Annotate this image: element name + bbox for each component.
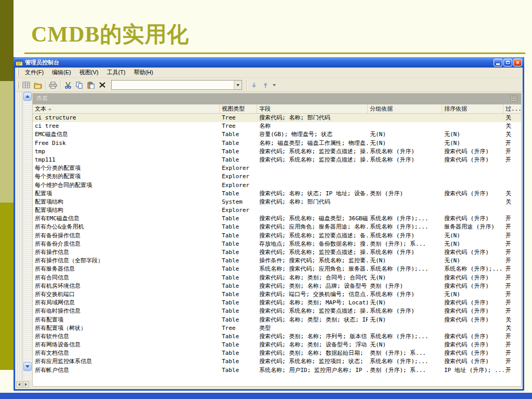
column-header-groupby[interactable]: 分组依据 — [368, 104, 442, 113]
table-cell: 所有文档信息 — [33, 349, 220, 357]
table-row[interactable]: ci structureTree搜索代码; 名称; 部门代码关 — [33, 114, 521, 122]
table-cell: 无(N) — [368, 299, 442, 307]
table-row[interactable]: 所有帐户信息Table系统名称; 用户ID; 监控用户名称; IP ...类别 … — [33, 366, 521, 375]
table-cell: 搜索代码; 名称; 类别; 设备型号; 浮动... — [257, 341, 368, 349]
dropdown-icon — [236, 84, 240, 86]
menu-file[interactable]: 文件(F) — [21, 68, 48, 77]
table-row[interactable]: 所有备份介质信息Table存放地点; 系统名称; 备份数据名称; 搜...类别 … — [33, 240, 521, 248]
table-cell: 系统名称 (升序) — [368, 148, 442, 156]
table-cell: Free Disk — [33, 139, 220, 148]
copy-button[interactable] — [74, 79, 85, 91]
table-cell — [503, 181, 521, 190]
table-cell — [368, 324, 442, 332]
table-row[interactable]: 所有EMC磁盘信息Table搜索代码; 系统名称; 磁盘类型; 36GB磁...… — [33, 215, 521, 223]
table-cell: Explorer — [220, 181, 257, 190]
column-header-fields[interactable]: 字段 — [257, 104, 368, 113]
table-row[interactable]: 所有配置项（树状）Tree类型关 — [33, 324, 521, 332]
column-header-viewtype[interactable]: 视图类型 — [220, 104, 257, 113]
menu-edit[interactable]: 编辑(E) — [48, 68, 75, 77]
grid-header: 文本 视图类型 字段 分组依据 排序依据 过... — [33, 104, 521, 114]
table-cell: 搜索代码; 类别; 名称; 品牌; 设备型号... — [257, 282, 368, 290]
delete-button[interactable] — [97, 79, 108, 91]
table-cell: Table — [220, 366, 257, 375]
table-cell: 搜索代码; 应用角色; 服务器用途; 名称... — [257, 223, 368, 231]
print-button[interactable] — [47, 79, 59, 91]
table-row[interactable]: 每个分类的配置项Explorer — [33, 164, 521, 172]
menu-help[interactable]: 帮助(H) — [129, 68, 157, 77]
table-row[interactable]: 所有机房环境信息Table搜索代码; 类别; 名称; 品牌; 设备型号...类别… — [33, 282, 521, 290]
table-cell: 无(N) — [368, 257, 442, 265]
table-row[interactable]: Free DiskTable名称; 磁盘类型; 磁盘工作属性; 物理盘...无(… — [33, 139, 521, 148]
paste-button[interactable] — [85, 79, 97, 91]
table-cell: 每个分类的配置项 — [33, 164, 220, 172]
column-header-filter[interactable]: 过... — [503, 104, 521, 113]
table-row[interactable]: 所有文档信息Table搜索代码; 类别; 名称; 数据起始日期; ...类别 (… — [33, 349, 521, 357]
table-cell: 搜索代码; 名称; 类别; MAP号; Locatio... — [257, 299, 368, 307]
move-up-button[interactable] — [260, 79, 271, 91]
combobox-dropdown-button[interactable] — [234, 81, 242, 89]
column-header-text[interactable]: 文本 — [33, 104, 220, 113]
grid-view-button[interactable] — [21, 79, 32, 91]
table-row[interactable]: 配置项结构System搜索代码; 名称; 部门代码关 — [33, 198, 521, 206]
table-cell: tmp111 — [33, 156, 220, 164]
table-row[interactable]: 所有服务器信息Table系统名称; 搜索代码; 应用角色; 服务器...系统名称… — [33, 265, 521, 273]
table-cell: Table — [220, 341, 257, 349]
pane-grid-icon[interactable] — [510, 96, 518, 102]
table-row[interactable]: 配置项结构Explorer — [33, 206, 521, 215]
table-row[interactable]: 每个类别的配置项Explorer — [33, 172, 521, 181]
window-titlebar[interactable]: 管理员控制台 × — [14, 57, 524, 68]
table-row[interactable]: 所有软件信息Table搜索代码; 类别; 名称; 序列号; 版本信...系统名称… — [33, 332, 521, 341]
toolbar-options-button[interactable] — [271, 79, 277, 91]
toolbar-combobox[interactable] — [111, 80, 242, 90]
table-cell: Table — [220, 290, 257, 299]
table-cell — [368, 164, 442, 172]
menu-view[interactable]: 视图(V) — [75, 68, 103, 77]
table-row[interactable]: EMC磁盘信息Table容量(GB); 物理盘号; 状态无(N)无(N)关 — [33, 130, 521, 139]
scroll-right-button[interactable] — [23, 381, 29, 388]
toolbar-separator — [60, 81, 61, 90]
table-row[interactable]: tmpTable搜索代码; 系统名称; 监控要点描述; 操...系统名称 (升序… — [33, 148, 521, 156]
table-row[interactable]: 配置项Table搜索代码; 名称; 状态; IP 地址; 设备...类别 (升序… — [33, 190, 521, 198]
close-button[interactable]: × — [513, 59, 522, 66]
table-row[interactable]: 所有临时操作信息Table搜索代码; 系统名称; 监控要点描述; 操...系统名… — [33, 307, 521, 315]
table-cell: Table — [220, 357, 257, 366]
table-row[interactable]: 每个维护合同的配置项Explorer — [33, 181, 521, 190]
restore-button[interactable] — [503, 59, 512, 66]
table-cell — [442, 122, 503, 130]
scroll-left-button[interactable] — [16, 381, 22, 388]
table-cell: 关 — [503, 190, 521, 198]
table-row[interactable]: 所有操作信息（全部字段）Table操作条件; 搜索代码; 系统名称; 监控要..… — [33, 257, 521, 265]
table-row[interactable]: 所有网络设备信息Table搜索代码; 名称; 类别; 设备型号; 浮动...无(… — [33, 341, 521, 349]
table-cell: Table — [220, 282, 257, 290]
move-down-button[interactable] — [248, 79, 260, 91]
table-row[interactable]: 所有办公&业务用机Table搜索代码; 应用角色; 服务器用途; 名称...系统… — [33, 223, 521, 231]
table-cell — [257, 172, 368, 181]
cut-button[interactable] — [62, 79, 74, 91]
table-cell: 所有备份操作信息 — [33, 232, 220, 240]
menu-tools[interactable]: 工具(T) — [102, 68, 129, 77]
vertical-scrollbar[interactable] — [23, 92, 32, 380]
table-row[interactable]: tmp111Table搜索代码; 系统名称; 监控要点描述; 操...系统名称 … — [33, 156, 521, 164]
collapsed-pane[interactable] — [15, 92, 23, 380]
table-row[interactable]: 所有交换机端口Table搜索代码; 端口号; 交换机编号; 信息点...系统名称… — [33, 290, 521, 299]
table-cell: 搜索代码; 名称; 类型; 类别; 状态; IP... — [257, 316, 368, 324]
table-row[interactable]: 所有应用监控体系信息Table搜索代码; 系统名称; 监控项目; 状态; ...… — [33, 357, 521, 366]
table-cell: 搜索代码; 系统名称; 磁盘类型; 36GB磁... — [257, 215, 368, 223]
table-row[interactable]: 所有操作信息Table搜索代码; 系统名称; 监控要点描述; 操...系统名称 … — [33, 248, 521, 257]
table-row[interactable]: 所有备份操作信息Table搜索代码; 系统名称; 监控要点描述; 备...系统名… — [33, 232, 521, 240]
table-cell: 无(N) — [442, 290, 503, 299]
table-row[interactable]: 所有合同信息Table搜索代码; 名称; 类别; 合同号; 合同代...无(N)… — [33, 274, 521, 282]
table-cell: 关 — [503, 198, 521, 206]
table-cell: Table — [220, 190, 257, 198]
table-row[interactable]: 所有配置项Table搜索代码; 名称; 类型; 类别; 状态; IP...无(N… — [33, 316, 521, 324]
table-row[interactable]: ci treeTree名称关 — [33, 122, 521, 130]
table-cell: 搜索代码 (升序) — [442, 148, 503, 156]
column-header-sortby[interactable]: 排序依据 — [442, 104, 503, 113]
table-row[interactable]: 所有局域网信息Table搜索代码; 名称; 类别; MAP号; Locatio.… — [33, 299, 521, 307]
scroll-down-button[interactable] — [23, 362, 32, 371]
open-button[interactable] — [32, 79, 44, 91]
table-cell: 每个类别的配置项 — [33, 172, 220, 181]
scroll-up-button[interactable] — [23, 92, 32, 101]
view-area: 查看 文本 视图类型 字段 分组依据 排序依据 过... ci structur… — [32, 93, 522, 387]
minimize-button[interactable] — [494, 59, 502, 66]
